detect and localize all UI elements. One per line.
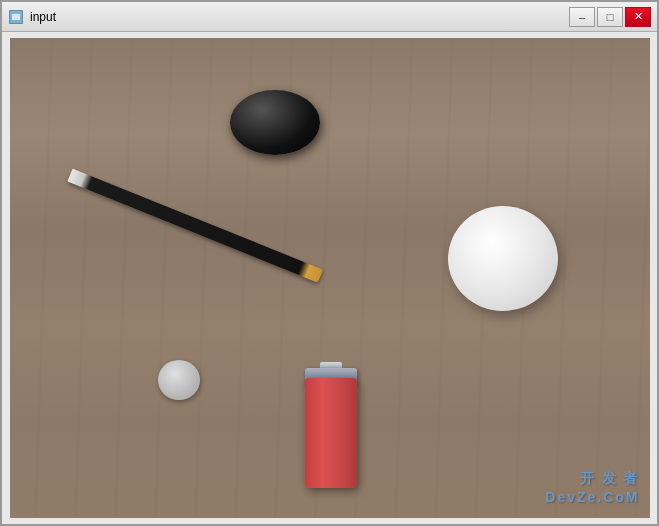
watermark: 开 发 者 DevZe.CoM [545, 469, 639, 508]
title-bar: input – □ ✕ [2, 2, 657, 32]
minimize-button[interactable]: – [569, 7, 595, 27]
image-display: 开 发 者 DevZe.CoM [10, 38, 650, 518]
maximize-button[interactable]: □ [597, 7, 623, 27]
watermark-line2: DevZe.CoM [545, 488, 639, 508]
watermark-line1: 开 发 者 [545, 469, 639, 489]
svg-rect-2 [12, 14, 20, 20]
main-window: input – □ ✕ 开 发 者 DevZe.Co [0, 0, 659, 526]
white-ball-object [448, 206, 558, 311]
content-area: 开 发 者 DevZe.CoM [2, 32, 657, 524]
close-button[interactable]: ✕ [625, 7, 651, 27]
window-controls: – □ ✕ [569, 7, 651, 27]
window-title: input [30, 10, 569, 24]
window-icon [8, 9, 24, 25]
coin-object [158, 360, 200, 400]
black-cap-object [230, 90, 320, 155]
lighter-body [305, 378, 357, 488]
